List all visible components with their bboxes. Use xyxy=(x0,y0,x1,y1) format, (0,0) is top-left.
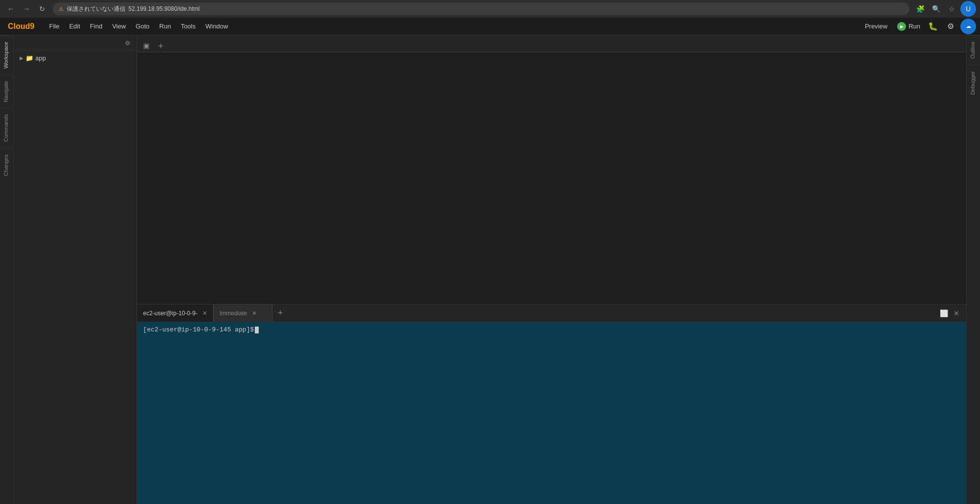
address-bar[interactable]: ⚠ 保護されていない通信 52.199.18.95:8080/ide.html xyxy=(53,2,909,15)
app-logo[interactable]: Cloud9 xyxy=(4,22,38,31)
terminal-tab-immediate[interactable]: Immediate ✕ xyxy=(214,304,272,322)
chrome-browser-bar: ← → ↻ ⚠ 保護されていない通信 52.199.18.95:8080/ide… xyxy=(0,0,980,18)
preview-button[interactable]: Preview xyxy=(860,21,892,32)
security-text: 保護されていない通信 xyxy=(67,5,125,13)
add-terminal-tab-button[interactable]: + xyxy=(273,306,287,320)
bug-icon-button[interactable]: 🐛 xyxy=(925,19,941,34)
cloud-user-avatar[interactable]: ☁ xyxy=(960,19,976,34)
split-editor-button[interactable]: ▣ xyxy=(139,39,153,52)
terminal-tab-label-ec2: ec2-user@ip-10-0-9- xyxy=(143,310,197,317)
sidebar-tab-outline[interactable]: Outline xyxy=(967,35,980,65)
terminal-maximize-button[interactable]: ⬜ xyxy=(938,307,950,319)
tree-settings-icon[interactable]: ⚙ xyxy=(122,38,133,49)
extension1-icon[interactable]: 🧩 xyxy=(913,2,927,16)
tree-item-label-app: app xyxy=(35,54,46,62)
chrome-right-icons: 🧩 🔍 ☆ U xyxy=(913,1,976,17)
sidebar-tab-navigate[interactable]: Navigate xyxy=(0,75,13,108)
sidebar-tab-workspace[interactable]: Workspace xyxy=(0,35,13,75)
terminal-prompt-text: [ec2-user@ip-10-0-9-145 app]$ xyxy=(143,326,254,333)
run-label: Run xyxy=(908,23,920,30)
terminal-tab-label-immediate: Immediate xyxy=(220,310,247,317)
menu-file[interactable]: File xyxy=(44,21,64,32)
sidebar-tab-changes[interactable]: Changes xyxy=(0,148,13,182)
menu-window[interactable]: Window xyxy=(200,21,233,32)
terminal-prompt: [ec2-user@ip-10-0-9-145 app]$ xyxy=(143,326,960,333)
main-layout: Workspace Navigate Commands Changes ⚙ ▶ … xyxy=(0,35,980,504)
editor-content xyxy=(137,52,966,304)
terminal-tab-close-immediate[interactable]: ✕ xyxy=(252,310,257,317)
terminal-tab-close-ec2[interactable]: ✕ xyxy=(202,310,207,317)
user-avatar[interactable]: U xyxy=(960,1,976,17)
back-button[interactable]: ← xyxy=(4,2,18,16)
terminal-content[interactable]: [ec2-user@ip-10-0-9-145 app]$ xyxy=(137,322,966,504)
settings-icon-button[interactable]: ⚙ xyxy=(943,19,958,34)
left-panel-tabs: Workspace Navigate Commands Changes xyxy=(0,35,14,504)
terminal-close-button[interactable]: ✕ xyxy=(951,307,962,319)
terminal-tab-ec2[interactable]: ec2-user@ip-10-0-9- ✕ xyxy=(137,304,214,322)
editor-tabs-bar: ▣ + xyxy=(137,35,966,52)
add-editor-tab-button[interactable]: + xyxy=(155,40,167,52)
file-tree-panel: ⚙ ▶ 📁 app xyxy=(14,35,137,504)
url-text: 52.199.18.95:8080/ide.html xyxy=(128,5,199,12)
reload-button[interactable]: ↻ xyxy=(35,2,49,16)
menu-bar: Cloud9 File Edit Find View Goto Run Tool… xyxy=(0,18,980,35)
file-tree-content: ▶ 📁 app xyxy=(14,51,137,504)
menu-edit[interactable]: Edit xyxy=(64,21,85,32)
run-icon: ▶ xyxy=(897,22,906,31)
menu-find[interactable]: Find xyxy=(85,21,107,32)
folder-icon-app: 📁 xyxy=(25,54,33,62)
sidebar-tab-commands[interactable]: Commands xyxy=(0,108,13,148)
terminal-right-buttons: ⬜ ✕ xyxy=(938,307,966,319)
zoom-icon[interactable]: 🔍 xyxy=(929,2,943,16)
bookmark-icon[interactable]: ☆ xyxy=(945,2,958,16)
menu-goto[interactable]: Goto xyxy=(131,21,154,32)
file-tree-header: ⚙ xyxy=(14,35,137,51)
editor-area: ▣ + ec2-user@ip-10-0-9- ✕ Immediate ✕ + … xyxy=(137,35,966,504)
forward-button[interactable]: → xyxy=(20,2,33,16)
security-icon: ⚠ xyxy=(59,6,64,12)
menu-view[interactable]: View xyxy=(107,21,131,32)
header-right-icons: 🐛 ⚙ ☁ xyxy=(925,19,976,34)
terminal-cursor xyxy=(255,327,259,333)
terminal-area: ec2-user@ip-10-0-9- ✕ Immediate ✕ + ⬜ ✕ … xyxy=(137,304,966,504)
tree-arrow-app: ▶ xyxy=(20,55,24,61)
run-button[interactable]: ▶ Run xyxy=(892,20,925,33)
chrome-nav-buttons: ← → ↻ xyxy=(4,2,49,16)
tree-item-app[interactable]: ▶ 📁 app xyxy=(14,53,137,63)
menu-run[interactable]: Run xyxy=(154,21,176,32)
sidebar-tab-debugger[interactable]: Debugger xyxy=(967,65,980,101)
right-panel-tabs: Outline Debugger xyxy=(966,35,980,504)
terminal-tabs-bar: ec2-user@ip-10-0-9- ✕ Immediate ✕ + ⬜ ✕ xyxy=(137,304,966,322)
menu-tools[interactable]: Tools xyxy=(176,21,200,32)
